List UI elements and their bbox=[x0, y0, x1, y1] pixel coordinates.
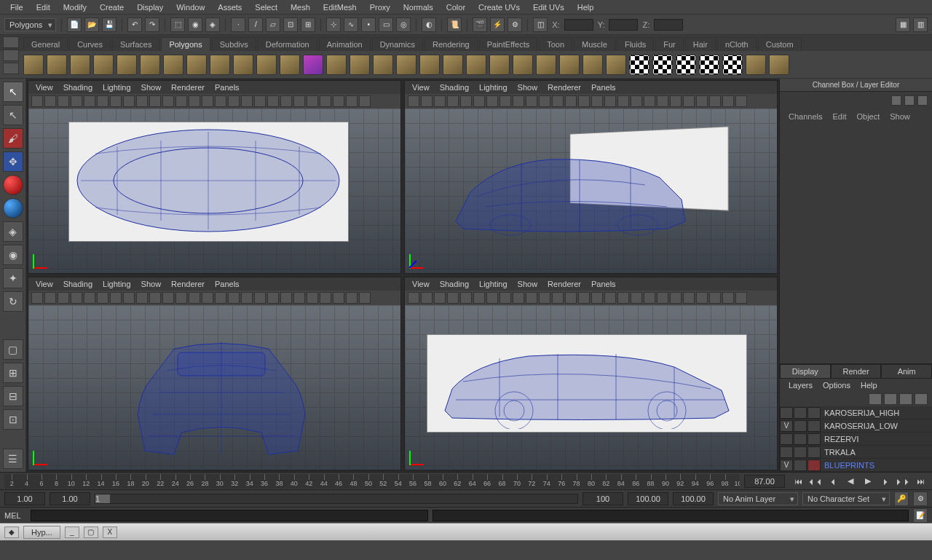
vp-menu-shading[interactable]: Shading bbox=[435, 83, 473, 92]
poly-platonic-icon[interactable] bbox=[256, 55, 277, 75]
snap-point-icon[interactable]: • bbox=[361, 17, 376, 32]
vp-tool-icon[interactable] bbox=[631, 292, 642, 304]
render-icon[interactable]: 🎬 bbox=[473, 17, 487, 32]
vp-tool-icon[interactable] bbox=[644, 292, 655, 304]
vp-tool-icon[interactable] bbox=[513, 95, 524, 107]
window-tab-hypershade[interactable]: Hyp... bbox=[23, 526, 60, 539]
viewport-persp[interactable]: View Shading Lighting Show Renderer Pane… bbox=[404, 80, 778, 274]
prefs-icon[interactable]: ⚙ bbox=[913, 492, 928, 506]
uv-spherical-icon[interactable] bbox=[676, 55, 696, 75]
vp-tool-icon[interactable] bbox=[44, 95, 56, 107]
vp-tool-icon[interactable] bbox=[644, 95, 655, 107]
menu-proxy[interactable]: Proxy bbox=[364, 1, 396, 13]
outliner-icon[interactable]: ☰ bbox=[3, 449, 23, 469]
vp-tool-icon[interactable] bbox=[604, 95, 616, 107]
vp-menu-lighting[interactable]: Lighting bbox=[475, 83, 512, 92]
select-hierarchy-icon[interactable]: ⬚ bbox=[170, 17, 185, 32]
vp-tool-icon[interactable] bbox=[97, 95, 108, 107]
vp-tool-icon[interactable] bbox=[539, 292, 550, 304]
vp-tool-icon[interactable] bbox=[189, 292, 200, 304]
last-tool[interactable]: ↻ bbox=[3, 291, 23, 312]
lasso-tool[interactable]: ↖ bbox=[3, 105, 23, 125]
vp-tool-icon[interactable] bbox=[97, 292, 108, 304]
key-fwd-icon[interactable]: ⏵ bbox=[878, 475, 893, 488]
open-scene-icon[interactable]: 📂 bbox=[84, 17, 99, 32]
show-manip-tool[interactable]: ✦ bbox=[3, 268, 23, 288]
vp-tool-icon[interactable] bbox=[499, 95, 511, 107]
menu-help[interactable]: Help bbox=[572, 1, 600, 13]
vp-menu-shading[interactable]: Shading bbox=[435, 280, 473, 288]
vp-tool-icon[interactable] bbox=[565, 95, 577, 107]
vp-tool-icon[interactable] bbox=[84, 95, 95, 107]
range-start1-input[interactable]: 1.00 bbox=[4, 492, 45, 505]
vp-menu-renderer[interactable]: Renderer bbox=[167, 280, 209, 288]
select-tool[interactable]: ↖ bbox=[3, 82, 23, 102]
vp-tool-icon[interactable] bbox=[359, 95, 371, 107]
cleanup-icon[interactable] bbox=[746, 55, 766, 75]
menu-mesh[interactable]: Mesh bbox=[285, 1, 316, 13]
vp-tool-icon[interactable] bbox=[539, 95, 550, 107]
layer-new-icon[interactable] bbox=[869, 393, 882, 405]
vp-tool-icon[interactable] bbox=[175, 292, 187, 304]
merge-icon[interactable] bbox=[582, 55, 603, 75]
viewport-top-canvas[interactable] bbox=[28, 109, 400, 273]
layer-color-box[interactable] bbox=[807, 460, 821, 471]
vp-menu-shading[interactable]: Shading bbox=[59, 280, 97, 288]
go-start-icon[interactable]: ⏮ bbox=[791, 475, 805, 488]
vp-tool-icon[interactable] bbox=[460, 292, 472, 304]
move-tool[interactable]: ✥ bbox=[3, 151, 23, 172]
vp-menu-panels[interactable]: Panels bbox=[587, 280, 620, 288]
layer-type-box[interactable] bbox=[794, 420, 807, 432]
vp-tool-icon[interactable] bbox=[513, 292, 524, 304]
go-end-icon[interactable]: ⏭ bbox=[913, 475, 928, 488]
vp-tool-icon[interactable] bbox=[307, 292, 318, 304]
layer-vis-box[interactable] bbox=[780, 407, 793, 419]
poly-cylinder-icon[interactable] bbox=[70, 55, 90, 75]
vp-menu-view[interactable]: View bbox=[31, 83, 58, 92]
character-set-selector[interactable]: No Character Set bbox=[802, 492, 890, 505]
vp-tool-icon[interactable] bbox=[162, 292, 174, 304]
viewport-front[interactable]: View Shading Lighting Show Renderer Pane… bbox=[28, 277, 401, 470]
layer-color-box[interactable] bbox=[807, 420, 821, 432]
vp-tool-icon[interactable] bbox=[735, 95, 747, 107]
layer-vis-box[interactable] bbox=[780, 433, 793, 445]
vp-tool-icon[interactable] bbox=[473, 292, 485, 304]
vp-tool-icon[interactable] bbox=[447, 292, 459, 304]
viewport-top[interactable]: View Shading Lighting Show Renderer Pane… bbox=[28, 80, 401, 274]
vp-tool-icon[interactable] bbox=[71, 292, 82, 304]
cut-faces-icon[interactable] bbox=[466, 55, 486, 75]
menu-createuvs[interactable]: Create UVs bbox=[473, 1, 526, 13]
layer-new2-icon[interactable] bbox=[899, 393, 912, 405]
shelf-tab-fluids[interactable]: Fluids bbox=[617, 37, 654, 51]
select-face-icon[interactable]: ▱ bbox=[266, 17, 280, 32]
vp-tool-icon[interactable] bbox=[709, 292, 721, 304]
vp-tool-icon[interactable] bbox=[110, 292, 122, 304]
shelf-tab-surfaces[interactable]: Surfaces bbox=[112, 37, 159, 51]
range-end3-input[interactable]: 100.00 bbox=[673, 492, 714, 505]
layer-tab-anim[interactable]: Anim bbox=[881, 364, 932, 379]
coord-x-input[interactable] bbox=[564, 19, 593, 31]
cb-tab-edit[interactable]: Edit bbox=[828, 111, 850, 122]
vp-tool-icon[interactable] bbox=[359, 292, 371, 304]
vp-tool-icon[interactable] bbox=[696, 292, 708, 304]
vp-menu-lighting[interactable]: Lighting bbox=[98, 83, 135, 92]
shelf-tab-toon[interactable]: Toon bbox=[539, 37, 572, 51]
layer-type-box[interactable] bbox=[794, 460, 807, 471]
bridge-icon[interactable] bbox=[396, 55, 416, 75]
menu-modify[interactable]: Modify bbox=[58, 1, 92, 13]
cb-tab-object[interactable]: Object bbox=[852, 111, 884, 122]
select-vertex-icon[interactable]: · bbox=[231, 17, 245, 32]
shelf-tab-muscle[interactable]: Muscle bbox=[574, 37, 615, 51]
key-back-icon[interactable]: ⏴ bbox=[826, 475, 840, 488]
vp-tool-icon[interactable] bbox=[565, 292, 577, 304]
vp-menu-panels[interactable]: Panels bbox=[210, 280, 244, 288]
poly-sphere-icon[interactable] bbox=[23, 55, 44, 75]
smooth-icon[interactable] bbox=[489, 55, 510, 75]
vp-tool-icon[interactable] bbox=[280, 95, 292, 107]
combine-icon[interactable] bbox=[326, 55, 347, 75]
current-time-input[interactable]: 87.00 bbox=[744, 475, 785, 488]
layer-type-box[interactable] bbox=[794, 407, 807, 419]
vp-tool-icon[interactable] bbox=[31, 292, 43, 304]
vp-menu-renderer[interactable]: Renderer bbox=[167, 83, 209, 92]
vp-tool-icon[interactable] bbox=[552, 292, 564, 304]
